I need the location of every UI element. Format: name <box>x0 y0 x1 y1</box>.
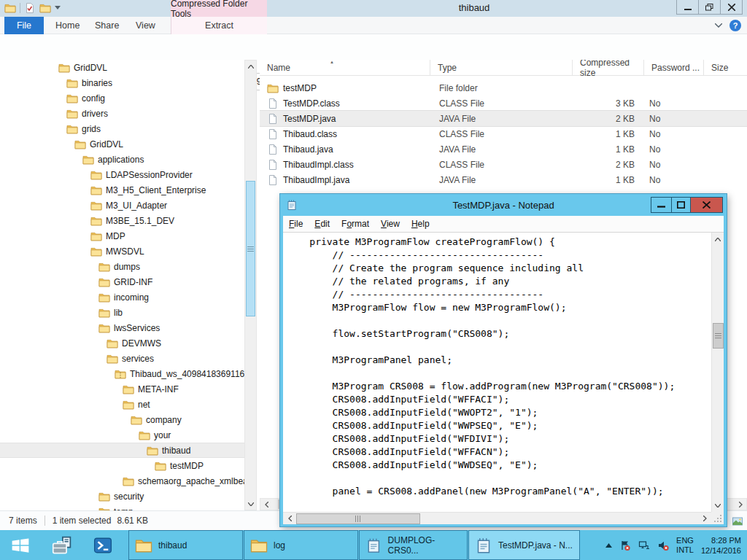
notepad-vscroll-thumb[interactable] <box>713 323 724 349</box>
tree-item[interactable]: incoming <box>0 289 244 305</box>
tree-item[interactable]: company <box>0 412 244 427</box>
tree-item[interactable]: grids <box>0 121 244 136</box>
file-row[interactable]: testMDP File folder <box>260 80 747 96</box>
tree-item[interactable]: testMDP <box>0 458 244 473</box>
column-header-password[interactable]: Password ... <box>644 60 704 76</box>
notepad-minimize-button[interactable] <box>651 197 672 213</box>
notepad-titlebar[interactable]: TestMDP.java - Notepad <box>280 194 727 216</box>
show-hidden-icons[interactable] <box>605 543 612 548</box>
language-indicator[interactable]: ENG INTL <box>676 536 694 555</box>
tree-item[interactable]: binaries <box>0 75 244 90</box>
tree-item[interactable]: M3_UI_Adapter <box>0 198 244 213</box>
menu-format[interactable]: Format <box>336 219 375 229</box>
tree-item[interactable]: M3_H5_Client_Enterprise <box>0 182 244 198</box>
taskbar-button-thibaud[interactable]: thibaud <box>128 530 243 560</box>
new-folder-icon[interactable] <box>39 2 51 14</box>
scroll-up-icon[interactable] <box>712 234 724 244</box>
resize-grip[interactable] <box>711 512 724 524</box>
column-header-type[interactable]: Type <box>430 60 573 76</box>
menu-file[interactable]: File <box>283 219 309 229</box>
action-center-flag-icon[interactable] <box>619 540 631 551</box>
tab-file[interactable]: File <box>4 17 44 34</box>
tree-item[interactable]: lib <box>0 305 244 320</box>
file-row[interactable]: Thibaud.java JAVA File 1 KB No <box>260 141 747 157</box>
contextual-tab-header: Compressed Folder Tools <box>171 0 267 17</box>
help-icon[interactable]: ? <box>729 20 741 31</box>
qat-customize-chevron-icon[interactable] <box>55 6 61 10</box>
notepad-horizontal-scrollbar[interactable] <box>283 512 711 524</box>
column-header-name[interactable]: Name <box>260 60 430 76</box>
thumbnail-view-button[interactable] <box>731 515 744 527</box>
tree-item[interactable]: applications <box>0 152 244 167</box>
scroll-down-icon[interactable] <box>245 498 256 510</box>
tree-item[interactable]: schemaorg_apache_xmlbeans <box>0 473 244 489</box>
tree-item[interactable]: MWSDVL <box>0 244 244 259</box>
tree-item[interactable]: config <box>0 90 244 106</box>
notepad-hscroll-thumb[interactable] <box>296 513 420 524</box>
server-manager-icon[interactable] <box>45 530 79 560</box>
taskbar-button-log[interactable]: log <box>244 530 358 560</box>
tree-item[interactable]: temp <box>0 504 244 510</box>
volume-muted-icon[interactable] <box>657 540 669 551</box>
tree-item[interactable]: lwsServices <box>0 320 244 335</box>
tree-item[interactable]: LDAPSessionProvider <box>0 167 244 182</box>
notepad-maximize-button[interactable] <box>671 197 691 213</box>
file-row[interactable]: ThibaudImpl.class CLASS File 2 KB No <box>260 157 747 172</box>
tab-extract[interactable]: Extract <box>171 17 267 34</box>
file-row-selected[interactable]: TestMDP.java JAVA File 2 KB No <box>260 111 747 126</box>
scroll-right-icon[interactable] <box>735 499 746 510</box>
tree-item[interactable]: GridDVL <box>0 60 244 75</box>
tree-item[interactable]: Thibaud_ws_4098418369116090587.wtf.zip <box>0 366 244 381</box>
clock[interactable]: 8:28 PM 12/14/2016 <box>701 535 741 556</box>
close-button[interactable] <box>720 0 743 15</box>
scroll-down-icon[interactable] <box>712 500 724 510</box>
menu-help[interactable]: Help <box>406 219 436 229</box>
tree-item[interactable]: GridDVL <box>0 136 244 152</box>
tree-item[interactable]: your <box>0 427 244 443</box>
tree-item[interactable]: GRID-INF <box>0 274 244 289</box>
notepad-vertical-scrollbar[interactable] <box>711 233 724 512</box>
powershell-icon[interactable] <box>86 530 120 560</box>
tree-item[interactable]: DEVMWS <box>0 335 244 351</box>
column-header-compressed-size[interactable]: Compressed size <box>573 60 644 76</box>
scroll-left-icon[interactable] <box>285 513 295 524</box>
restore-button[interactable] <box>698 0 721 15</box>
ribbon-collapse-chevron-icon[interactable] <box>715 23 722 28</box>
tree-item[interactable]: M3BE_15.1_DEV <box>0 213 244 228</box>
file-row[interactable]: ThibaudImpl.java JAVA File 1 KB No <box>260 172 747 187</box>
network-icon[interactable] <box>638 540 650 551</box>
menu-view[interactable]: View <box>375 219 406 229</box>
file-row[interactable]: TestMDP.class CLASS File 3 KB No <box>260 96 747 111</box>
scroll-right-icon[interactable] <box>700 513 710 524</box>
tab-view[interactable]: View <box>125 17 166 34</box>
tree-item[interactable]: dumps <box>0 259 244 274</box>
ribbon-tab-row: File Home Share View Extract ? <box>0 17 747 34</box>
notepad-close-button[interactable] <box>690 197 723 213</box>
notepad-text-area[interactable]: private M3ProgramFlow createProgramFlow(… <box>283 233 711 512</box>
tree-scrollbar-thumb[interactable] <box>246 181 255 316</box>
tree-item[interactable]: services <box>0 351 244 366</box>
tree-scrollbar[interactable] <box>244 60 257 510</box>
tree-item[interactable]: META-INF <box>0 381 244 397</box>
column-headers: Name ▲ Type Compressed size Password ...… <box>260 60 747 76</box>
scroll-left-icon[interactable] <box>260 499 272 510</box>
notepad-menubar: File Edit Format View Help <box>283 216 724 232</box>
start-button[interactable] <box>0 530 41 560</box>
tree-item[interactable]: net <box>0 397 244 412</box>
tree-item[interactable]: security <box>0 489 244 504</box>
properties-icon[interactable] <box>24 2 36 14</box>
minimize-button[interactable] <box>676 0 699 15</box>
tab-share[interactable]: Share <box>85 17 129 34</box>
tree-item[interactable]: drivers <box>0 106 244 121</box>
tab-home[interactable]: Home <box>45 17 90 34</box>
scroll-up-icon[interactable] <box>245 61 256 72</box>
tree-item-selected[interactable]: thibaud <box>0 443 244 458</box>
taskbar-button-dumplog[interactable]: DUMPLOG-CRS0... <box>359 530 468 560</box>
folder-tree: GridDVL binaries config drivers grids Gr… <box>0 60 244 510</box>
taskbar-button-testmdp[interactable]: TestMDP.java - N... <box>468 530 580 560</box>
column-header-size[interactable]: Size <box>704 60 747 76</box>
menu-edit[interactable]: Edit <box>309 219 336 229</box>
notepad-window: TestMDP.java - Notepad File Edit Format … <box>280 194 727 526</box>
tree-item[interactable]: MDP <box>0 228 244 244</box>
file-row[interactable]: Thibaud.class CLASS File 1 KB No <box>260 126 747 141</box>
